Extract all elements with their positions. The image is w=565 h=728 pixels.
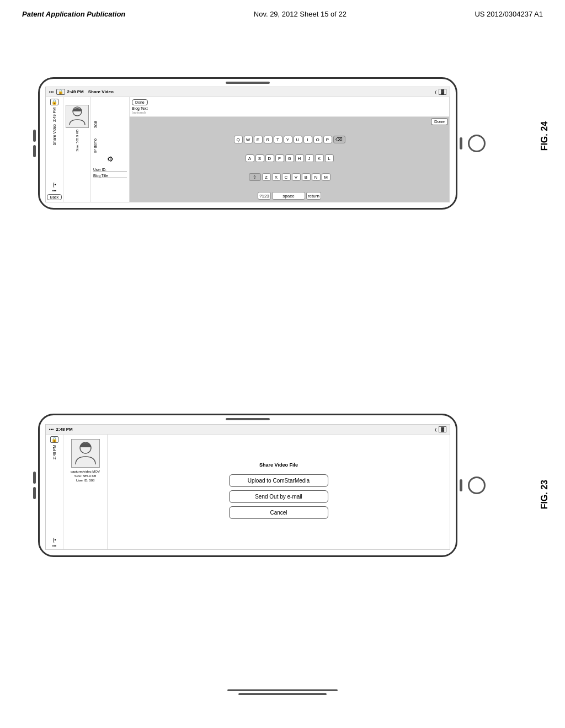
key-b[interactable]: B [302, 173, 311, 181]
fig23-video-thumbnail [71, 439, 100, 468]
blog-text-label: Blog Text (optional) [132, 106, 447, 114]
volume-up-button[interactable] [33, 130, 36, 142]
fig23-home-button[interactable] [468, 477, 486, 494]
volume-down-button[interactable] [33, 145, 36, 157]
battery-icon: ▓ [439, 89, 446, 95]
numbers-key[interactable]: ?123 [258, 192, 271, 200]
bottom-line-1 [227, 689, 338, 691]
fig23-wifi-icon: ( [435, 427, 436, 432]
fig23-volume-down-button[interactable] [33, 487, 36, 499]
key-y[interactable]: Y [284, 136, 292, 143]
key-x[interactable]: X [272, 173, 281, 181]
fig23-time: 2:48 PM [56, 427, 73, 432]
fig23-battery-icon: ▓ [439, 426, 446, 432]
key-k[interactable]: K [315, 154, 324, 162]
ip-demo-label: IP demo [93, 138, 97, 153]
cancel-button[interactable]: Cancel [229, 506, 328, 519]
key-s[interactable]: S [255, 154, 264, 162]
key-f[interactable]: F [275, 154, 284, 162]
fig23-label: FIG. 23 [540, 480, 550, 509]
blog-title-label: Blog Title [93, 174, 127, 178]
video-size-text: Size: 585.9 KB [76, 130, 79, 152]
key-p[interactable]: P [323, 136, 332, 143]
keyboard-row-2: A S D F G H J K L [131, 154, 448, 162]
video-thumbnail [66, 105, 89, 128]
fig24-phone-wrapper: ▪▪▪ 🔒 2:49 PM Share Video ( ▓ 🔒 2:49 PM [33, 77, 513, 210]
key-u[interactable]: U [294, 136, 302, 143]
settings-gear-icon: ⚙ [93, 155, 127, 163]
header-patent-number: US 2012/0304237 A1 [475, 10, 543, 18]
fig24-phone: ▪▪▪ 🔒 2:49 PM Share Video ( ▓ 🔒 2:49 PM [38, 77, 457, 210]
key-z[interactable]: Z [262, 173, 271, 181]
key-i[interactable]: I [303, 136, 312, 143]
key-v[interactable]: V [292, 173, 301, 181]
key-t[interactable]: T [274, 136, 282, 143]
wifi-sidebar-icon: (• [52, 182, 56, 188]
keyboard-done-button[interactable]: Done [431, 118, 448, 125]
fig23-signal-sidebar-icon: ▪▪▪ [52, 544, 56, 548]
upload-to-comstarmedia-button[interactable]: Upload to ComStarMedia [229, 474, 328, 487]
wifi-icon: ( [435, 89, 436, 94]
header-publication: Patent Application Publication [22, 10, 125, 18]
key-n[interactable]: N [312, 173, 321, 181]
sidebar-lock-icon: 🔒 [50, 99, 58, 105]
key-h[interactable]: H [295, 154, 304, 162]
lock-icon: 🔒 [56, 89, 65, 95]
key-g[interactable]: G [285, 154, 294, 162]
user-id-label: User ID: [93, 168, 127, 172]
fig23-time-sidebar: 2:48 PM [52, 445, 56, 459]
power-button[interactable] [460, 137, 462, 149]
key-q[interactable]: Q [234, 136, 243, 143]
page-header: Patent Application Publication Nov. 29, … [0, 0, 565, 18]
header-date-sheet: Nov. 29, 2012 Sheet 15 of 22 [254, 10, 347, 18]
fig23-user-id: User ID: 308 [76, 479, 95, 482]
key-o[interactable]: O [313, 136, 322, 143]
fig24-time: 2:49 PM [67, 89, 84, 94]
fig23-signal-bars-icon: ▪▪▪ [49, 427, 54, 432]
done-button-top[interactable]: Done [132, 99, 148, 105]
key-e[interactable]: E [254, 136, 263, 143]
fig23-volume-up-button[interactable] [33, 472, 36, 484]
key-a[interactable]: A [246, 154, 254, 162]
fig24-home-button[interactable] [468, 135, 486, 152]
key-j[interactable]: J [305, 154, 314, 162]
shift-key[interactable]: ⇧ [249, 173, 261, 181]
fig23-phone-wrapper: ▪▪▪ 2:48 PM ( ▓ 🔒 2:48 PM (• ▪▪▪ [33, 414, 513, 557]
key-m[interactable]: M [322, 173, 331, 181]
signal-sidebar-icon: ▪▪▪ [52, 189, 56, 192]
key-c[interactable]: C [282, 173, 291, 181]
key-d[interactable]: D [265, 154, 274, 162]
fig23-sidebar-lock-icon: 🔒 [50, 436, 58, 443]
key-w[interactable]: W [244, 136, 253, 143]
fig24-time-sidebar: 2:49 PM [52, 108, 56, 122]
keyboard-row-1: Q W E R T Y U I O P ⌫ [131, 136, 448, 143]
space-key[interactable]: space [272, 192, 305, 200]
key-l[interactable]: L [325, 154, 334, 162]
return-key[interactable]: return [306, 192, 321, 200]
fig23-screen: ▪▪▪ 2:48 PM ( ▓ 🔒 2:48 PM (• ▪▪▪ [45, 424, 450, 550]
fig24-title-sidebar: Share Video [52, 124, 56, 145]
fig23-filename: capturedvideo.MOV [71, 470, 100, 473]
keyboard-row-4: ?123 space return [131, 192, 448, 200]
share-video-title: Share Video [88, 89, 114, 94]
fig24-label: FIG. 24 [540, 121, 550, 151]
fig24-screen: ▪▪▪ 🔒 2:49 PM Share Video ( ▓ 🔒 2:49 PM [45, 87, 450, 202]
backspace-key[interactable]: ⌫ [333, 136, 345, 143]
share-video-file-label: Share Video File [116, 462, 441, 468]
fig23-size-text: Size: 585.9 KB [74, 474, 97, 478]
signal-bars-icon: ▪▪▪ [49, 89, 54, 94]
keyboard-row-3: ⇧ Z X C V B N M [131, 173, 448, 181]
key-r[interactable]: R [264, 136, 273, 143]
bottom-line-2 [238, 693, 327, 695]
fig23-wifi-sidebar-icon: (• [52, 537, 56, 543]
ref-number-308: 308 [93, 121, 98, 128]
fig23-phone: ▪▪▪ 2:48 PM ( ▓ 🔒 2:48 PM (• ▪▪▪ [38, 414, 457, 557]
fig23-power-button[interactable] [460, 479, 462, 491]
send-by-email-button[interactable]: Send Out by e-mail [229, 490, 328, 503]
back-button[interactable]: Back [47, 194, 62, 200]
